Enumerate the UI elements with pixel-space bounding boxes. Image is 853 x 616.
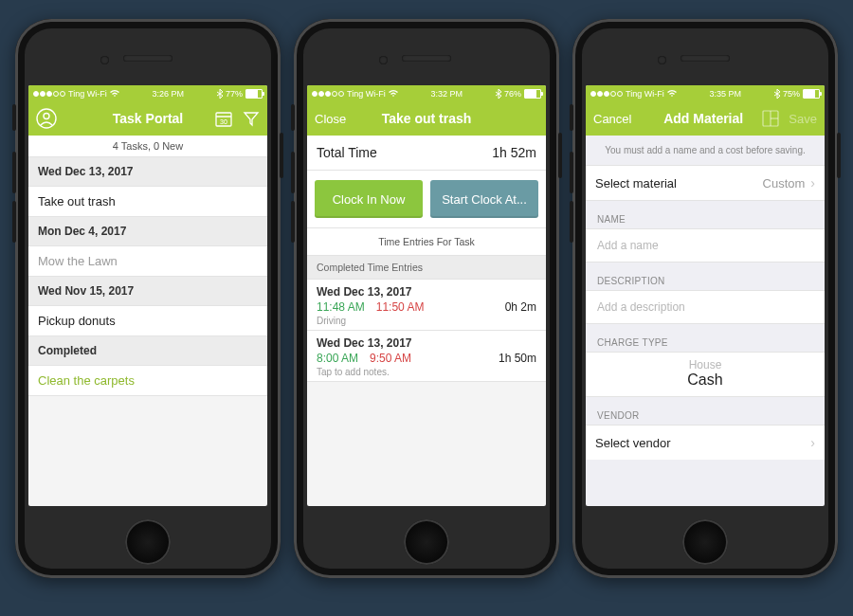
screen: Ting Wi-Fi 3:32 PM 76% Close Take out tr… (307, 85, 546, 506)
signal-icon (312, 91, 344, 97)
close-button[interactable]: Close (315, 112, 346, 126)
chevron-right-icon: › (810, 435, 815, 450)
select-material-label: Select material (595, 176, 677, 190)
save-button[interactable]: Save (789, 112, 817, 126)
layout-icon[interactable] (762, 110, 779, 127)
entry-clock-out: 9:50 AM (370, 352, 411, 365)
status-bar: Ting Wi-Fi 3:26 PM 77% (28, 85, 267, 101)
screen: Ting Wi-Fi 3:35 PM 75% Cancel Add Materi… (586, 85, 825, 506)
date-section-header: Wed Dec 13, 2017 (28, 157, 267, 187)
carrier-label: Ting Wi-Fi (347, 89, 386, 99)
signal-icon (33, 91, 65, 97)
camera-dot (379, 56, 388, 64)
description-input[interactable]: Add a description (586, 290, 825, 324)
name-input[interactable]: Add a name (586, 228, 825, 263)
vendor-label: VENDOR (586, 397, 825, 425)
wifi-icon (389, 90, 398, 98)
hint-text: You must add a name and a cost before sa… (586, 136, 825, 165)
phone-frame: Ting Wi-Fi 3:26 PM 77% Task Portal 30 (15, 19, 281, 578)
svg-point-1 (44, 114, 49, 119)
filter-icon[interactable] (243, 110, 260, 127)
speaker-slot (123, 55, 172, 62)
battery-percent: 75% (783, 89, 800, 99)
select-material-value: Custom (763, 176, 806, 190)
nav-bar: Task Portal 30 (28, 101, 267, 136)
time-entry-row[interactable]: Wed Dec 13, 20178:00 AM9:50 AM1h 50mTap … (307, 331, 546, 382)
total-time-label: Total Time (317, 145, 377, 160)
home-button[interactable] (682, 519, 728, 565)
profile-icon[interactable] (36, 108, 57, 129)
description-label: DESCRIPTION (586, 263, 825, 290)
calendar-icon[interactable]: 30 (214, 109, 233, 128)
home-button[interactable] (404, 519, 449, 565)
speaker-slot (402, 55, 451, 62)
select-material-row[interactable]: Select material Custom › (586, 165, 825, 201)
task-row[interactable]: Take out trash (28, 187, 267, 217)
bluetooth-icon (496, 89, 501, 99)
battery-percent: 76% (504, 89, 521, 99)
start-clock-at-button[interactable]: Start Clock At... (430, 180, 538, 218)
charge-type-picker[interactable]: House Cash (586, 352, 825, 397)
date-section-header: Mon Dec 4, 2017 (28, 217, 267, 246)
svg-text:30: 30 (220, 118, 227, 125)
nav-bar: Close Take out trash (307, 101, 546, 136)
entry-clock-in: 8:00 AM (317, 352, 358, 365)
entry-clock-out: 11:50 AM (376, 300, 425, 314)
date-section-header: Wed Nov 15, 2017 (28, 277, 267, 306)
status-time: 3:32 PM (398, 89, 496, 99)
entry-clock-in: 11:48 AM (317, 300, 365, 314)
clock-in-button[interactable]: Clock In Now (315, 180, 423, 218)
nav-bar: Cancel Add Material Save (586, 101, 825, 136)
picker-option-above: House (689, 359, 722, 371)
chevron-right-icon: › (810, 175, 815, 190)
carrier-label: Ting Wi-Fi (68, 89, 107, 99)
wifi-icon (110, 90, 119, 98)
battery-percent: 77% (226, 89, 243, 99)
entry-note: Tap to add notes. (317, 367, 536, 377)
home-button[interactable] (125, 519, 171, 565)
status-time: 3:35 PM (677, 89, 774, 99)
date-section-header: Completed (28, 336, 267, 366)
task-count-bar: 4 Tasks, 0 New (28, 136, 267, 157)
entry-duration: 0h 2m (505, 300, 536, 314)
total-time-row: Total Time 1h 52m (307, 136, 546, 171)
nav-title: Take out trash (366, 111, 487, 126)
select-vendor-label: Select vendor (595, 436, 671, 450)
task-row[interactable]: Mow the Lawn (28, 246, 267, 277)
charge-type-label: CHARGE TYPE (586, 324, 825, 352)
entry-duration: 1h 50m (499, 352, 536, 365)
select-vendor-row[interactable]: Select vendor › (586, 425, 825, 460)
camera-dot (658, 56, 666, 64)
total-time-value: 1h 52m (492, 145, 536, 160)
status-time: 3:26 PM (119, 89, 217, 99)
time-entries-header: Time Entries For Task (307, 228, 546, 256)
entry-date: Wed Dec 13, 2017 (317, 336, 536, 350)
nav-title: Task Portal (87, 111, 209, 126)
task-row[interactable]: Clean the carpets (28, 366, 267, 396)
screen: Ting Wi-Fi 3:26 PM 77% Task Portal 30 (28, 85, 267, 506)
status-bar: Ting Wi-Fi 3:35 PM 75% (586, 85, 825, 101)
nav-title: Add Material (644, 111, 762, 126)
completed-entries-header: Completed Time Entries (307, 256, 546, 280)
phone-frame: Ting Wi-Fi 3:32 PM 76% Close Take out tr… (294, 19, 559, 578)
entry-note: Driving (317, 316, 536, 326)
bluetooth-icon (217, 89, 223, 99)
task-row[interactable]: Pickup donuts (28, 306, 267, 336)
bluetooth-icon (774, 89, 780, 99)
phone-frame: Ting Wi-Fi 3:35 PM 75% Cancel Add Materi… (572, 19, 838, 578)
speaker-slot (681, 55, 730, 62)
battery-icon (245, 89, 263, 99)
camera-dot (100, 56, 109, 64)
entry-date: Wed Dec 13, 2017 (317, 285, 536, 299)
cancel-button[interactable]: Cancel (593, 112, 631, 126)
status-bar: Ting Wi-Fi 3:32 PM 76% (307, 85, 546, 101)
time-entry-row[interactable]: Wed Dec 13, 201711:48 AM11:50 AM0h 2mDri… (307, 280, 546, 331)
picker-option-selected: Cash (687, 371, 722, 389)
battery-icon (803, 89, 820, 99)
signal-icon (590, 91, 623, 97)
name-label: NAME (586, 201, 825, 228)
wifi-icon (667, 90, 677, 98)
battery-icon (524, 89, 541, 99)
carrier-label: Ting Wi-Fi (626, 89, 664, 99)
